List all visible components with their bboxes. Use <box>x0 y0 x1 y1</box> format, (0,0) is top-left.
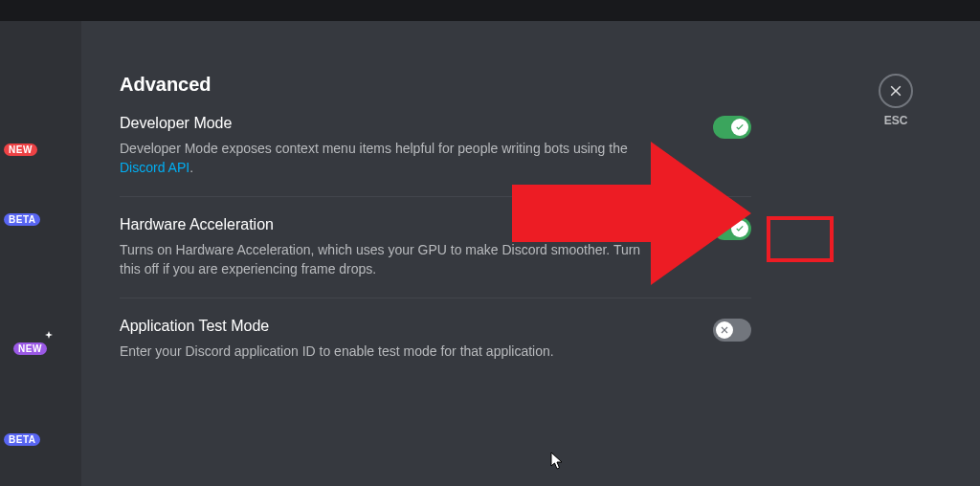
new-badge: NEW <box>13 342 47 355</box>
new-badge: NEW <box>4 144 37 156</box>
page-title: Advanced <box>120 74 751 96</box>
sidebar-item[interactable]: BETA <box>0 208 81 232</box>
setting-description: Developer Mode exposes context menu item… <box>120 140 656 177</box>
application-test-mode-toggle[interactable] <box>713 319 751 342</box>
setting-application-test-mode: Application Test Mode Enter your Discord… <box>120 318 751 381</box>
settings-main: ESC Advanced Developer Mode Developer Mo… <box>81 21 980 486</box>
window-titlebar <box>0 0 980 21</box>
close-label: ESC <box>879 114 913 127</box>
x-icon <box>719 324 730 336</box>
sidebar-item[interactable]: NEW <box>10 337 81 361</box>
setting-hardware-acceleration: Hardware Acceleration Turns on Hardware … <box>120 216 751 298</box>
cursor-icon <box>550 452 566 471</box>
close-button[interactable] <box>879 74 913 108</box>
sparkle-icon <box>43 331 55 342</box>
discord-api-link[interactable]: Discord API <box>120 160 189 175</box>
setting-title: Hardware Acceleration <box>120 216 274 233</box>
setting-description: Enter your Discord application ID to ena… <box>120 342 656 362</box>
sidebar-item[interactable]: NEW <box>0 138 81 162</box>
sidebar-item[interactable]: BETA <box>0 428 81 452</box>
check-icon <box>734 223 746 234</box>
setting-developer-mode: Developer Mode Developer Mode exposes co… <box>120 115 751 197</box>
beta-badge: BETA <box>4 433 40 446</box>
beta-badge: BETA <box>4 213 40 226</box>
hardware-acceleration-toggle[interactable] <box>713 217 751 240</box>
annotation-highlight-box <box>767 216 834 262</box>
close-icon <box>888 83 903 99</box>
check-icon <box>734 122 746 133</box>
setting-title: Application Test Mode <box>120 318 269 335</box>
setting-title: Developer Mode <box>120 115 232 132</box>
developer-mode-toggle[interactable] <box>713 116 751 139</box>
setting-description: Turns on Hardware Acceleration, which us… <box>120 241 656 278</box>
settings-sidebar: NEW BETA NEW BETA <box>0 21 81 486</box>
